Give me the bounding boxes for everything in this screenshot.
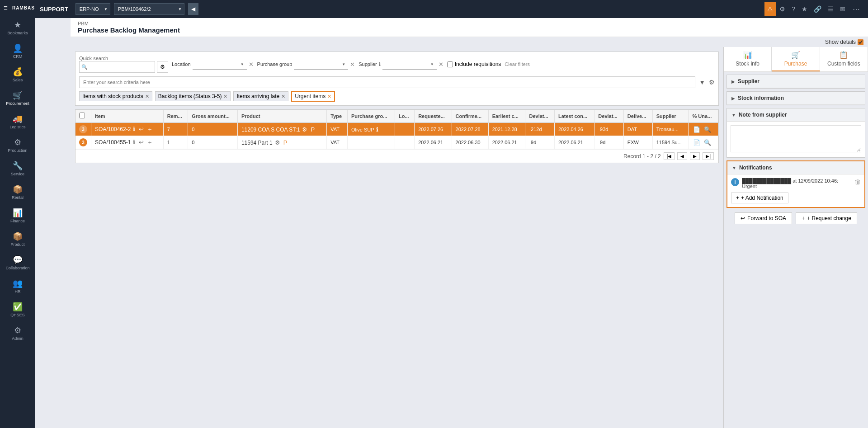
row-search-icon[interactable]: 🔍	[704, 139, 711, 146]
link-icon-btn[interactable]: 🔗	[811, 2, 824, 16]
sidebar-item-collaboration[interactable]: 💬 Collaboration	[5, 251, 29, 275]
purchase-group-group: Purchase group ✕	[257, 59, 355, 70]
request-change-btn[interactable]: + + Request change	[796, 212, 857, 224]
sidebar-item-product[interactable]: 📦 Product	[5, 228, 29, 251]
criteria-filter-btn[interactable]: ▼	[699, 79, 705, 86]
item-forward-icon[interactable]: ↩	[139, 126, 144, 132]
table-row[interactable]: 3 SOA/100462-2 ℹ ↩ ＋ 7 0 11209 COA S COA…	[75, 122, 718, 136]
sidebar-item-rental[interactable]: 📦 Rental	[5, 181, 29, 204]
col-gross: Gross amount...	[188, 110, 238, 122]
bottom-buttons: ↩ Forward to SOA + + Request change	[724, 208, 868, 229]
tab-stock-info[interactable]: 📊 Stock info	[724, 47, 772, 71]
sidebar-item-sales[interactable]: 💰 Sales	[5, 63, 29, 87]
forward-to-soa-btn[interactable]: ↩ Forward to SOA	[735, 212, 792, 224]
item-add-icon[interactable]: ＋	[147, 126, 153, 132]
right-tabs: 📊 Stock info 🛒 Purchase 📋 Custom fields	[724, 47, 868, 72]
notif-delete-btn[interactable]: 🗑	[854, 178, 861, 185]
product-settings-icon[interactable]: ⚙	[302, 126, 307, 133]
col-latest: Latest con...	[554, 110, 594, 122]
notifications-header[interactable]: ▼ Notifications	[727, 161, 864, 174]
row-doc-icon[interactable]: 📄	[693, 126, 700, 133]
location-clear-btn[interactable]: ✕	[249, 61, 254, 68]
filter-tag-urgent-close[interactable]: ✕	[327, 94, 331, 99]
sidebar-label-procurement: Procurement	[6, 101, 29, 106]
item-info-icon[interactable]: ℹ	[133, 126, 135, 132]
note-section-header[interactable]: ▼ Note from supplier	[727, 108, 865, 122]
pg-info-icon[interactable]: ℹ	[376, 126, 378, 133]
cell-gross: 0	[188, 136, 238, 149]
pag-first-btn[interactable]: |◀	[664, 152, 675, 160]
supplier-select[interactable]	[382, 59, 437, 70]
more-options-btn[interactable]: ⋯	[849, 3, 863, 15]
menu-icon-btn[interactable]: ☰	[825, 2, 836, 16]
stock-info-section: ▶ Stock information	[726, 91, 865, 105]
show-details-label: Show details	[825, 39, 856, 45]
col-deviat2: Deviat...	[594, 110, 623, 122]
sidebar-item-logistics[interactable]: 🚚 Logistics	[5, 110, 29, 134]
env-select[interactable]: ERP-NO	[75, 3, 110, 15]
product-settings-icon[interactable]: ⚙	[275, 139, 280, 146]
sidebar-item-procurement[interactable]: 🛒 Procurement	[5, 87, 29, 110]
sidebar-item-qhses[interactable]: ✅ QHSES	[5, 298, 29, 322]
table-row[interactable]: 3 SOA/100455-1 ℹ ↩ ＋ 1 0 11594 Part 1 ⚙ …	[75, 136, 718, 149]
sidebar-item-finance[interactable]: 📊 Finance	[5, 204, 29, 228]
stock-info-icon: 📊	[743, 51, 752, 59]
criteria-input[interactable]	[79, 76, 695, 88]
show-details-row: Show details	[71, 37, 868, 47]
add-notification-btn[interactable]: + + Add Notification	[731, 193, 788, 203]
filter-options-btn[interactable]: ⚙	[157, 61, 168, 73]
mail-icon-btn[interactable]: ✉	[837, 2, 848, 16]
item-forward-icon[interactable]: ↩	[139, 139, 144, 146]
doc-path-input[interactable]: PBM/100462/2	[114, 3, 184, 15]
pag-last-btn[interactable]: ▶|	[703, 152, 714, 160]
favorites-icon-btn[interactable]: ★	[799, 2, 810, 16]
add-notif-icon: +	[736, 195, 739, 201]
item-add-icon[interactable]: ＋	[147, 139, 153, 146]
sidebar-item-production[interactable]: ⚙ Production	[5, 134, 29, 157]
sidebar-item-bookmarks[interactable]: ★ Bookmarks	[5, 16, 29, 40]
filter-tag-backlog-close[interactable]: ✕	[223, 94, 227, 99]
row-doc-icon[interactable]: 📄	[693, 139, 700, 146]
sidebar-item-service[interactable]: 🔧 Service	[5, 157, 29, 181]
back-button[interactable]: ◀	[188, 3, 198, 15]
sidebar-label-production: Production	[8, 148, 27, 153]
sidebar-item-admin[interactable]: ⚙ Admin	[5, 322, 29, 345]
cell-deviat2: -93d	[594, 122, 623, 136]
help-icon-btn[interactable]: ?	[789, 2, 798, 16]
tab-custom-fields[interactable]: 📋 Custom fields	[820, 47, 868, 71]
settings-icon-btn[interactable]: ⚙	[777, 2, 788, 16]
item-info-icon[interactable]: ℹ	[133, 139, 135, 146]
pag-prev-btn[interactable]: ◀	[677, 152, 687, 160]
search-input[interactable]	[79, 61, 155, 73]
cell-type: VAT	[327, 122, 348, 136]
filter-tag-late-close[interactable]: ✕	[281, 94, 285, 99]
alert-icon-btn[interactable]: ⚠	[764, 2, 776, 16]
location-group: Location ✕	[172, 59, 254, 70]
tab-purchase[interactable]: 🛒 Purchase	[772, 47, 820, 71]
select-all-checkbox[interactable]	[79, 113, 85, 118]
include-req-checkbox[interactable]	[447, 61, 453, 67]
location-select[interactable]	[193, 59, 247, 70]
stock-info-section-header[interactable]: ▶ Stock information	[727, 92, 865, 105]
hamburger-icon[interactable]: ☰	[4, 5, 8, 10]
supplier-section-header[interactable]: ▶ Supplier	[727, 75, 865, 88]
sidebar-item-crm[interactable]: 👤 CRM	[5, 40, 29, 63]
sidebar-item-hr[interactable]: 👥 HR	[5, 275, 29, 298]
pagination-text: Record 1 - 2 / 2	[623, 153, 661, 160]
show-details-checkbox[interactable]	[858, 39, 863, 45]
sidebar-label-admin: Admin	[12, 336, 24, 341]
row-search-icon[interactable]: 🔍	[704, 126, 711, 133]
supplier-clear-btn[interactable]: ✕	[439, 61, 443, 68]
purchase-group-select[interactable]	[294, 59, 348, 70]
pag-next-btn[interactable]: ▶	[690, 152, 700, 160]
notif-content: ██████████████ at 12/09/2022 10:46: Urge…	[742, 178, 852, 189]
purchase-group-clear-btn[interactable]: ✕	[350, 61, 355, 68]
sidebar-label-logistics: Logistics	[9, 125, 25, 129]
cell-pct: 📄 🔍	[689, 122, 718, 136]
note-textarea[interactable]	[731, 125, 861, 152]
cell-pct: 📄 🔍	[689, 136, 718, 149]
criteria-settings-btn[interactable]: ⚙	[709, 79, 715, 86]
clear-filters-btn[interactable]: Clear filters	[505, 61, 530, 67]
production-icon: ⚙	[14, 138, 21, 146]
filter-tag-stock-close[interactable]: ✕	[145, 94, 149, 99]
